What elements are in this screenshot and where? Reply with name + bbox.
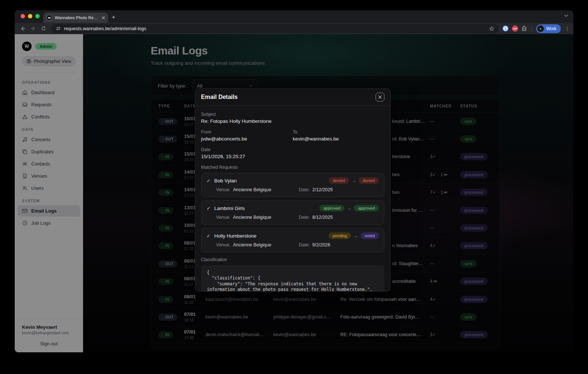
- email-from: jvdw@abconcerts.be: [201, 136, 293, 142]
- date-group: Date 15/1/2026, 15:25:27: [201, 147, 384, 159]
- arrow-icon: →: [347, 206, 351, 211]
- venue-value: Ancienne Belgique: [233, 242, 287, 247]
- venue-value: Ancienne Belgique: [233, 187, 287, 192]
- check-icon: ✓: [207, 233, 211, 239]
- artist-name: Lambrini Girls: [214, 206, 319, 211]
- minimize-window-button[interactable]: [28, 14, 32, 18]
- extensions-puzzle-icon[interactable]: [521, 26, 527, 31]
- tab-search-chevron-icon[interactable]: [564, 14, 568, 17]
- matched-requests-label: Matched Requests: [201, 165, 384, 170]
- email-details-modal: Email Details Subject Re: Fotopas Holly …: [195, 88, 391, 292]
- profile-chip[interactable]: ◐ Work: [536, 24, 561, 33]
- tab-strip: W Wannabes Photo Request Sy +: [15, 10, 573, 23]
- onepassword-extension-icon[interactable]: 1: [502, 25, 509, 32]
- previous-status-badge: approved: [319, 205, 344, 211]
- artist-name: Bob Vylan: [214, 178, 329, 184]
- new-tab-button[interactable]: +: [112, 14, 115, 21]
- new-status-badge: approved: [354, 205, 379, 211]
- venue-value: Ancienne Belgique: [233, 215, 287, 220]
- tab-close-icon[interactable]: [102, 16, 105, 19]
- close-window-button[interactable]: [21, 14, 25, 18]
- browser-tab[interactable]: W Wannabes Photo Request Sy: [43, 13, 108, 23]
- from-group: From jvdw@abconcerts.be: [201, 129, 293, 142]
- browser-toolbar: requests.wannabes.be/admin/email-logs 1 …: [15, 23, 573, 34]
- profile-avatar: ◐: [537, 25, 544, 32]
- arrow-icon: →: [354, 233, 358, 238]
- previous-status-badge: denied: [329, 177, 349, 184]
- browser-window: W Wannabes Photo Request Sy +: [15, 10, 573, 352]
- new-status-badge: denied: [359, 177, 379, 184]
- matched-request-card: ✓ Holly Humberstone pending → noted Venu…: [201, 228, 384, 252]
- browser-menu-icon[interactable]: ⋮: [565, 26, 570, 31]
- bookmark-star-icon[interactable]: [489, 26, 494, 31]
- adblock-extension-icon[interactable]: ABP: [512, 25, 518, 32]
- site-settings-icon[interactable]: [56, 26, 61, 31]
- address-bar[interactable]: requests.wannabes.be/admin/email-logs: [51, 24, 499, 33]
- site-favicon-icon: W: [46, 15, 52, 21]
- email-date: 15/1/2026, 15:25:27: [201, 154, 384, 159]
- request-date-value: 9/2/2026: [312, 242, 330, 247]
- window-controls[interactable]: [21, 14, 40, 18]
- desktop: W Wannabes Photo Request Sy +: [0, 0, 588, 374]
- request-date-value: 2/12/2025: [312, 187, 333, 192]
- subject-group: Subject Re: Fotopas Holly Humberstone: [201, 112, 384, 124]
- toolbar-separator: |: [531, 26, 532, 31]
- profile-name: Work: [546, 26, 556, 31]
- zoom-window-button[interactable]: [35, 14, 40, 18]
- artist-name: Holly Humberstone: [214, 233, 329, 239]
- email-subject: Re: Fotopas Holly Humberstone: [201, 118, 384, 124]
- check-icon: ✓: [207, 206, 211, 211]
- close-icon[interactable]: [376, 93, 384, 101]
- modal-title: Email Details: [201, 94, 238, 100]
- url-text[interactable]: requests.wannabes.be/admin/email-logs: [64, 26, 486, 31]
- previous-status-badge: pending: [329, 232, 351, 239]
- classification-json: { "classification": { "summary": "The re…: [201, 265, 384, 292]
- toolbar-extensions: 1 ABP | ◐ Work ⋮: [502, 24, 570, 33]
- new-status-badge: noted: [361, 232, 379, 239]
- forward-button[interactable]: [29, 24, 37, 33]
- request-date-value: 8/12/2025: [312, 215, 333, 220]
- matched-request-card: ✓ Lambrini Girls approved → approved Ven…: [201, 200, 384, 225]
- reload-button[interactable]: [39, 24, 48, 33]
- back-button[interactable]: [18, 24, 27, 33]
- to-group: To kevin@wannabes.be: [293, 129, 385, 142]
- tab-title: Wannabes Photo Request Sy: [55, 15, 99, 20]
- email-to: kevin@wannabes.be: [293, 136, 385, 142]
- classification-label: Classification: [201, 257, 384, 262]
- arrow-icon: →: [352, 178, 356, 183]
- check-icon: ✓: [207, 178, 211, 184]
- matched-request-card: ✓ Bob Vylan denied → denied Venue: Ancie…: [201, 173, 384, 197]
